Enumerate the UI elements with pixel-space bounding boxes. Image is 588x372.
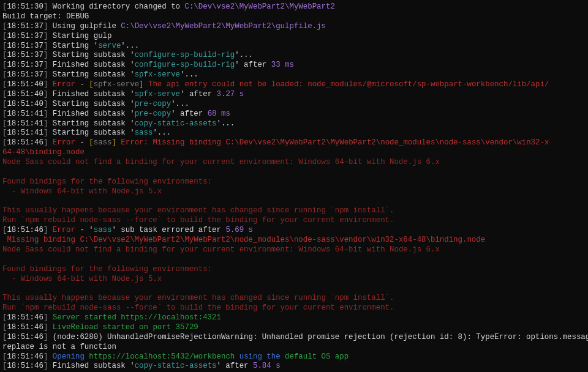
terminal-line: Build target: DEBUG bbox=[2, 12, 586, 22]
terminal-line: [18:51:41] Starting subtask 'sass'... bbox=[2, 128, 586, 138]
terminal-line: - Windows 64-bit with Node.js 5.x bbox=[2, 275, 586, 285]
terminal-line: [18:51:40] Starting subtask 'pre-copy'..… bbox=[2, 100, 586, 110]
terminal-line: [18:51:41] Finished subtask 'pre-copy' a… bbox=[2, 110, 586, 119]
terminal-line: - Windows 64-bit with Node.js 5.x bbox=[2, 187, 586, 197]
terminal-line: [18:51:46] Server started https://localh… bbox=[2, 313, 586, 323]
terminal-line: [18:51:37] Finished subtask 'configure-s… bbox=[2, 61, 586, 70]
terminal-line: [18:51:46] Error - 'sass' sub task error… bbox=[2, 226, 586, 236]
terminal-line: [18:51:37] Starting 'serve'... bbox=[2, 42, 586, 51]
terminal-line bbox=[2, 284, 586, 294]
terminal-line bbox=[2, 197, 586, 207]
terminal-line: Node Sass could not find a binding for y… bbox=[2, 245, 586, 255]
terminal-line: [18:51:37] Starting gulp bbox=[2, 32, 586, 42]
terminal-line: Found bindings for the following environ… bbox=[2, 177, 586, 187]
terminal-line: [18:51:46] Finished subtask 'copy-static… bbox=[2, 362, 586, 371]
terminal-line: [18:51:37] Starting subtask 'spfx-serve'… bbox=[2, 70, 586, 80]
terminal-line: [18:51:30] Working directory changed to … bbox=[2, 2, 586, 12]
terminal-line bbox=[2, 255, 586, 265]
terminal-line: [18:51:37] Using gulpfile C:\Dev\vse2\My… bbox=[2, 22, 586, 32]
terminal-line: [18:51:46] LiveReload started on port 35… bbox=[2, 323, 586, 333]
terminal-line: Node Sass could not find a binding for y… bbox=[2, 158, 586, 168]
terminal-line: [18:51:46] Error - [sass] Error: Missing… bbox=[2, 138, 586, 148]
terminal-line: [18:51:37] Starting subtask 'configure-s… bbox=[2, 51, 586, 61]
terminal-line: This usually happens because your enviro… bbox=[2, 206, 586, 216]
terminal-line: replace is not a function bbox=[2, 343, 586, 352]
terminal-output[interactable]: [18:51:30] Working directory changed to … bbox=[0, 0, 588, 372]
terminal-line: 64-48\binding.node bbox=[2, 148, 586, 158]
terminal-line: Found bindings for the following environ… bbox=[2, 265, 586, 275]
terminal-line: [18:51:40] Finished subtask 'spfx-serve'… bbox=[2, 90, 586, 100]
terminal-line: Run `npm rebuild node-sass --force` to b… bbox=[2, 216, 586, 226]
terminal-line: Run `npm rebuild node-sass --force` to b… bbox=[2, 303, 586, 313]
terminal-line: [18:51:46] (node:6280) UnhandledPromiseR… bbox=[2, 333, 586, 343]
terminal-line: [18:51:41] Starting subtask 'copy-static… bbox=[2, 119, 586, 129]
terminal-line bbox=[2, 168, 586, 177]
terminal-line: [18:51:40] Error - [spfx-serve] The api … bbox=[2, 80, 586, 90]
terminal-line: This usually happens because your enviro… bbox=[2, 294, 586, 303]
terminal-line: [18:51:46] Opening https://localhost:543… bbox=[2, 352, 586, 362]
terminal-line: Missing binding C:\Dev\vse2\MyWebPart2\M… bbox=[2, 236, 586, 245]
